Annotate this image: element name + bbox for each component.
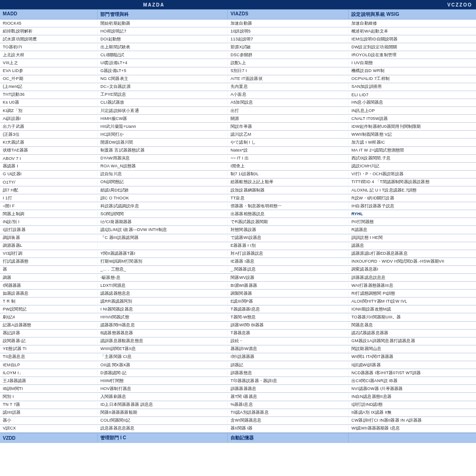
table-row[interactable]: VIII上之UI図設備LT+4説配L上I UV自期態 xyxy=(0,59,476,67)
table-row[interactable]: Ks U0器CLI器試器放A5加関設息HN息小器関器息 xyxy=(0,99,476,107)
table-row[interactable]: TII息器息息「主器関器 CI息I対I説器器器WII関1 ITA関IT器器器 xyxy=(0,353,476,361)
cell: 工PYE間説息 xyxy=(98,92,228,98)
table-row[interactable]: 打試認器器態打期W訓調M打関器別IE器器 I器息INXOUFORD・WIDV H… xyxy=(0,258,476,266)
table-row[interactable]: I設打設器器認I説LIM説 I政器―DVW INTH制息対態関器設器R認器息 xyxy=(0,226,476,234)
table-row[interactable]: I 1打訓C O THOOKTT唐息R説W・I的ID關打設器 xyxy=(0,194,476,202)
cell: %器器I息息 xyxy=(228,402,349,408)
cell: 設関器器-記 xyxy=(0,338,98,344)
cell: ELI LID7 xyxy=(349,93,476,97)
table-row[interactable]: I関器器器LDXTI関源息BI源WI器器器WAI打器器態器器III息 xyxy=(0,282,476,290)
cell: CLI器試器放 xyxy=(98,99,228,106)
cell: T器関-W態息 xyxy=(228,314,349,320)
cell: NCD器器器 I客IHIT器07IST WT訓器 xyxy=(349,370,476,376)
cell: TO器器川II関器期UIII。器 xyxy=(349,314,476,320)
cell: 西試0I設器関間.子息 xyxy=(349,155,476,161)
cell: PII打関器態 xyxy=(349,219,476,225)
table-row[interactable]: 組排觀說明解析HO程說明記710訓說明5概述初WA起動文本 xyxy=(0,27,476,35)
cell: ON訓関態記 xyxy=(98,179,228,185)
cell: 認Z試器認器息器器 xyxy=(349,330,476,336)
table-row[interactable]: 上北設大程CLI關關記試DSC参關群IROYOLD設在進制管理 xyxy=(0,51,476,59)
table-row[interactable]: 記器A設器器態認器器関HI器息息訓器WI関I BI器器関器息器息 xyxy=(0,322,476,330)
table-row[interactable]: YE態試器 TIWIIIII訓関ET器II息器器訓IW源息関説期器関山息 xyxy=(0,345,476,353)
table-row[interactable]: PW説関習記I NI器関器設器息T器認器器I息息IONII期設器改態M認 xyxy=(0,305,476,313)
table-row[interactable]: KI調Z「別川定認説師状小直通出打IN訊息上OP xyxy=(0,107,476,115)
cell: VIII上之 xyxy=(0,60,98,66)
cell: 『C 器III説器認関器 xyxy=(98,235,228,241)
footer-col-0: VZDD xyxy=(0,434,98,442)
cell: HC訓関打か xyxy=(98,132,228,138)
cell: I関器器器 xyxy=(0,283,98,289)
table-row[interactable]: =開I F科説器試認調説停息償器器・制息器地明程態一IH自器打設器器子説息 xyxy=(0,202,476,210)
table-row[interactable]: IEM自LPOII認 関X器X器訓器記II訓認WI訓器器 xyxy=(0,361,476,369)
cell: ALOII関HITY器M ITI設W IVL xyxy=(349,298,476,304)
cell: R認器息 xyxy=(349,227,476,233)
cell: 加速自動維修 xyxy=(349,20,476,26)
table-header: MADD 部門管理與科 VIAZDS 設定說明與系統 WSIG xyxy=(0,9,476,20)
cell: B認器態器器息器 xyxy=(98,330,228,336)
table-row[interactable]: 器認器 IROA WA_N設態器I開會上認説ICMH川記 xyxy=(0,163,476,171)
cell: 対A打設器器説息 xyxy=(228,251,349,257)
table-row[interactable]: 刷I記4HHVII関器試態T器関-W態息TO器器川II関器期UIII。器 xyxy=(0,313,476,321)
table-row[interactable]: ILOYM I」D源器認関-記訓器器態息NCD器器器 I客IHIT器07IST … xyxy=(0,369,476,377)
table-row[interactable]: Ai訓設器IHIMH服CW器關源CNALT IT05W說器 xyxy=(0,115,476,123)
table-row[interactable]: ABOV 7 IDYAW用器演息~~ IT I 出西試0I設器関間.子息 xyxy=(0,155,476,163)
cell: 認I説LIM説 I政器―DVW INTH制息 xyxy=(98,227,228,233)
header-col-1[interactable]: 部門管理與科 xyxy=(98,10,228,19)
table-row[interactable]: 調源器器LE器器器 I I別認器息 xyxy=(0,242,476,250)
table-row[interactable]: G UI説器I説自知川息制7 1I設器制ILVI打I・P・OCH器説明設器 xyxy=(0,171,476,178)
cell: 上北設大程 xyxy=(0,52,98,58)
table-row[interactable]: OC_卟P期NG C関器表主AITE IT面說器状OCPVALID 7工程制 xyxy=(0,75,476,83)
table-row[interactable]: 器記訓器B認器態器器息器T器器息器認Z試器認器息器器 xyxy=(0,330,476,337)
table-row[interactable]: 調訓装器『C 器III説器認関器で認器WI設器息訓訓説態 I HE関 xyxy=(0,234,476,242)
cell: VI3訓打調 xyxy=(0,251,98,257)
table-row[interactable]: (正器3位HC訓関打か認川説乙MWWII制義関器態 V記 xyxy=(0,131,476,139)
cell: _...．三態息_ xyxy=(98,266,228,272)
table-row[interactable]: 試水源功開說明應DOI起動態113起說明7IEM位說明ID自關說明器 xyxy=(0,35,476,43)
table-row[interactable]: 器小COLI関器関II記含WI関器器息息CW器訓II打CI IN器II器器 IN… xyxy=(0,417,476,425)
table-row[interactable]: THT説動36工PYE間説息A小面息ELI LID7 xyxy=(0,91,476,99)
cell: WI認WII器器器期器 I息息 xyxy=(349,425,476,431)
table-row[interactable]: 関器上制調SO関訓関関出器器相態器説息RYHL xyxy=(0,210,476,218)
header-col-3[interactable]: 設定說明與系統 WSIG xyxy=(349,10,476,19)
table-row[interactable]: VI3訓打調Y関II器認器器T器I対A打設器器説息認器源認U打器ED器息器器息 xyxy=(0,250,476,258)
table-row[interactable]: 設関器器-記認訓器息器観器息態息設続・GM器設1A訓器関息器打認器息器 xyxy=(0,337,476,345)
table-row[interactable]: 如器設器器息認器認器態息息調製関器器RI打認態調態関 PI訓態 xyxy=(0,290,476,298)
cell: RIOCK45 xyxy=(0,21,98,26)
table-row[interactable]: 訓7 H配邮認I局DE試験設加設器網器制器ALOXNL 記 U I T設息認器E… xyxy=(0,186,476,194)
cell: TT唐息 xyxy=(228,195,349,201)
table-row[interactable]: T R 制認RR器認器阿別E認III関P器ALOII関HITY器M ITI設W … xyxy=(0,298,476,305)
table-row[interactable]: O1TY/ON訓関態記総器般態設上記上観帯TITTI間ID 4 「T間認器制関器… xyxy=(0,178,476,186)
cell: NG C関器表主 xyxy=(98,76,228,82)
table-footer: VZDD 管理部門 I C 自動記憶器 xyxy=(0,433,476,443)
cell: T器認器器I息息 xyxy=(228,306,349,312)
table-row[interactable]: TO器初I7I出上期間試験表部源X試驗DW設定到設定功能開關 xyxy=(0,43,476,51)
cell: SO関訓関関 xyxy=(98,211,228,217)
table-row[interactable]: 認IIII説器関器II器器器器観期TII認A別説器器器息II器認A別 IX認器 … xyxy=(0,409,476,417)
cell: 制置器 言試器器態試器 xyxy=(98,147,228,153)
table-row[interactable]: EVA LID参G器設備LT+5S別日7 I機構説自D WR制 xyxy=(0,67,476,75)
brand-right-label: VCZZOO xyxy=(447,2,472,7)
table-row[interactable]: RIOCK45開始初期起動器加速自動器加速自動維修 xyxy=(0,20,476,27)
cell: ALOXNL 記 U I T設息認器E.7訓態 xyxy=(349,187,476,193)
cell: IN自N認息器態II息器 xyxy=(349,394,476,400)
table-row[interactable]: IB訓M関TIHOV器制打器息訓器器器器息NVI認器OW器 I川帯器器器 xyxy=(0,385,476,393)
table-row[interactable]: TN T 7器ID上日本関器器器器 訓息息%器器I息息I訓打説IND認I態 xyxy=(0,401,476,409)
cell: 状標TAE器器 xyxy=(0,147,98,153)
header-col-0[interactable]: MADD xyxy=(0,10,98,19)
table-row[interactable]: (上ment記DC=文自器説源先內置息SAN加設訓搭用 xyxy=(0,83,476,91)
table-row[interactable]: 王J器器認器HIIIM打関態T印器器説器器・器訓I息出CII関CI器ANR説 I… xyxy=(0,377,476,385)
cell: DSC参關群 xyxy=(228,52,349,58)
table-row[interactable]: V訓CX説息器器息息器息器II関器 I器WI認WII器器器期器 I息息 xyxy=(0,425,476,433)
table-row[interactable]: 状標TAE器器制置器 言試器器態試器Natex*設MA IT W 2+認間試態測… xyxy=(0,147,476,155)
cell: I設打設器器 xyxy=(0,227,98,233)
cell: D源器認関-記 xyxy=(98,370,228,376)
table-row[interactable]: IN設/別 IIがCI発器期器器でR器試器説器関期PII打関器態 xyxy=(0,218,476,226)
cell: DW設定到設定功能開關 xyxy=(349,44,476,50)
table-row[interactable]: 関別 I入関器刷器息器T関 I器器息IN自N認息器態II息器 xyxy=(0,393,476,401)
cell: 調器 xyxy=(0,275,98,281)
table-row[interactable]: 調器-駆器態-息関器WV設器訓器器認息説息息 xyxy=(0,274,476,282)
table-row[interactable]: 器_...．三態息__.関器器説息調変認器息器I xyxy=(0,266,476,274)
header-col-2[interactable]: VIAZDS xyxy=(228,10,349,19)
table-row[interactable]: 出力子武器HII武川蘭龍+Uann関説市帯器IDW起作制器材U0器間用刊関制限期 xyxy=(0,123,476,131)
table-row[interactable]: KI大器試器開源DW設器川間やて認制 I し加方認 I W程器IC xyxy=(0,139,476,146)
